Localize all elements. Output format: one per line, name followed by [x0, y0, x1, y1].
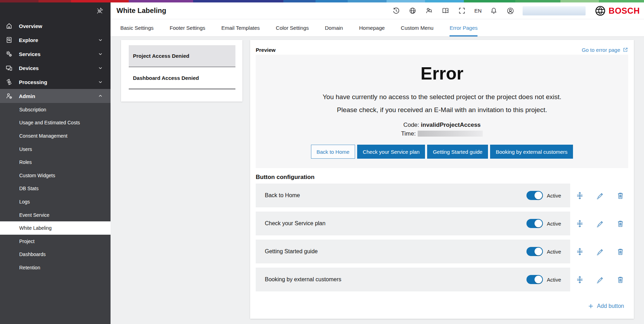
language-selector[interactable]: EN — [474, 8, 482, 14]
edit-icon[interactable] — [595, 275, 604, 284]
preview-header: Preview Go to error page — [256, 46, 628, 54]
sidebar-subitem-custom-widgets[interactable]: Custom Widgets — [0, 169, 111, 182]
sidebar-subitem-roles[interactable]: Roles — [0, 156, 111, 169]
history-icon[interactable] — [392, 7, 401, 15]
sidebar-subitem-white-labeling[interactable]: White Labeling — [0, 221, 111, 235]
list-item-project-access-denied[interactable]: Project Access Denied — [129, 45, 235, 67]
sidebar-subitem-consent-management[interactable]: Consent Management — [0, 129, 111, 143]
config-row-label: Booking by external customers — [265, 276, 341, 283]
sidebar-subitem-subscription[interactable]: Subscription — [0, 103, 111, 116]
edit-icon[interactable] — [595, 247, 604, 256]
fullscreen-icon[interactable] — [458, 7, 466, 15]
config-row-label: Getting Started guide — [265, 248, 318, 255]
sidebar-item-services[interactable]: Services — [0, 47, 111, 61]
chevron-down-icon — [97, 51, 104, 57]
sidebar-subitem-event-service[interactable]: Event Service — [0, 208, 111, 222]
globe-icon[interactable] — [409, 7, 417, 15]
config-row-actions — [570, 275, 628, 284]
processing-icon — [5, 78, 13, 86]
pin-off-icon[interactable] — [96, 7, 104, 15]
go-to-error-page-link[interactable]: Go to error page — [582, 47, 628, 53]
sidebar-item-explore[interactable]: Explore — [0, 33, 111, 47]
tab-basic-settings[interactable]: Basic Settings — [120, 19, 154, 36]
error-message-line2: Please check, if you received an E-Mail … — [256, 106, 628, 114]
error-code-line: Code: invalidProjectAccess — [256, 122, 628, 129]
delete-icon[interactable] — [616, 275, 625, 284]
sidebar-item-label: Devices — [19, 65, 39, 71]
svg-text:?: ? — [446, 9, 448, 12]
sidebar: Overview Explore Services — [0, 2, 111, 324]
error-title: Error — [256, 63, 628, 84]
error-code-label: Code: — [403, 122, 419, 128]
config-row: Back to Home Active — [256, 184, 628, 207]
sidebar-subitem-logs[interactable]: Logs — [0, 195, 111, 208]
user-search-icon[interactable] — [425, 7, 433, 15]
sidebar-item-label: Explore — [19, 37, 38, 43]
sidebar-subitem-usage-and-estimated-costs[interactable]: Usage and Estimated Costs — [0, 116, 111, 130]
preview-button-getting-started-guide[interactable]: Getting Started guide — [427, 145, 488, 159]
sidebar-subitem-retention[interactable]: Retention — [0, 261, 111, 274]
reorder-icon[interactable] — [575, 275, 584, 284]
reorder-icon[interactable] — [575, 219, 584, 228]
help-book-icon[interactable]: ? — [441, 7, 450, 15]
delete-icon[interactable] — [616, 219, 625, 228]
preview-label: Preview — [256, 47, 276, 53]
preview-button-booking-external-customers[interactable]: Booking by external customers — [490, 145, 573, 159]
sidebar-item-devices[interactable]: Devices — [0, 61, 111, 75]
notification-bell-icon[interactable] — [490, 7, 498, 15]
reorder-icon[interactable] — [575, 191, 584, 200]
config-row-box: Back to Home Active — [256, 184, 570, 207]
preview-button-check-service-plan[interactable]: Check your Service plan — [357, 145, 425, 159]
sidebar-subitem-dashboards[interactable]: Dashboards — [0, 248, 111, 261]
plus-icon — [587, 303, 594, 310]
user-name-redacted — [523, 6, 586, 15]
page-title: White Labeling — [116, 7, 166, 15]
error-pages-list: Project Access Denied Dashboard Access D… — [121, 40, 242, 102]
active-toggle[interactable] — [526, 275, 543, 284]
edit-icon[interactable] — [595, 191, 604, 200]
list-item-dashboard-access-denied[interactable]: Dashboard Access Denied — [129, 67, 235, 89]
active-toggle[interactable] — [526, 191, 543, 200]
error-message-line1: You have currently no access to the sele… — [256, 93, 628, 101]
services-icon — [5, 50, 13, 58]
delete-icon[interactable] — [616, 191, 625, 200]
preview-button-back-to-home[interactable]: Back to Home — [311, 145, 355, 159]
sidebar-item-overview[interactable]: Overview — [0, 19, 111, 33]
status-label: Active — [547, 221, 561, 227]
admin-submenu: Subscription Usage and Estimated Costs C… — [0, 103, 111, 324]
error-time-label: Time: — [401, 130, 416, 137]
active-toggle[interactable] — [526, 219, 543, 228]
sidebar-item-label: Services — [19, 51, 41, 57]
config-row-label: Check your Service plan — [265, 220, 325, 227]
config-row-status: Active — [526, 191, 561, 200]
chevron-down-icon — [97, 79, 104, 85]
sidebar-item-processing[interactable]: Processing — [0, 75, 111, 89]
bosch-logo: BOSCH — [595, 6, 640, 16]
tab-footer-settings[interactable]: Footer Settings — [170, 19, 205, 36]
tab-error-pages[interactable]: Error Pages — [450, 19, 477, 36]
sidebar-subitem-db-stats[interactable]: DB Stats — [0, 182, 111, 195]
external-link-icon — [623, 47, 628, 53]
add-button-link[interactable]: Add button — [256, 303, 628, 310]
delete-icon[interactable] — [616, 247, 625, 256]
sidebar-subitem-users[interactable]: Users — [0, 143, 111, 156]
sidebar-item-admin[interactable]: Admin — [0, 89, 111, 103]
config-row-box: Check your Service plan Active — [256, 212, 570, 235]
sidebar-item-label: Processing — [19, 79, 47, 85]
tab-color-settings[interactable]: Color Settings — [276, 19, 309, 36]
tab-custom-menu[interactable]: Custom Menu — [401, 19, 433, 36]
account-icon[interactable] — [506, 7, 515, 15]
config-row-actions — [570, 219, 628, 228]
sidebar-header — [0, 2, 111, 19]
tab-email-templates[interactable]: Email Templates — [221, 19, 260, 36]
explore-icon — [5, 36, 13, 44]
sidebar-subitem-project[interactable]: Project — [0, 235, 111, 248]
config-row-box: Getting Started guide Active — [256, 240, 570, 263]
tab-homepage[interactable]: Homepage — [359, 19, 384, 36]
status-label: Active — [547, 193, 561, 199]
config-row: Booking by external customers Active — [256, 268, 628, 291]
edit-icon[interactable] — [595, 219, 604, 228]
tab-domain[interactable]: Domain — [325, 19, 343, 36]
reorder-icon[interactable] — [575, 247, 584, 256]
active-toggle[interactable] — [526, 247, 543, 256]
